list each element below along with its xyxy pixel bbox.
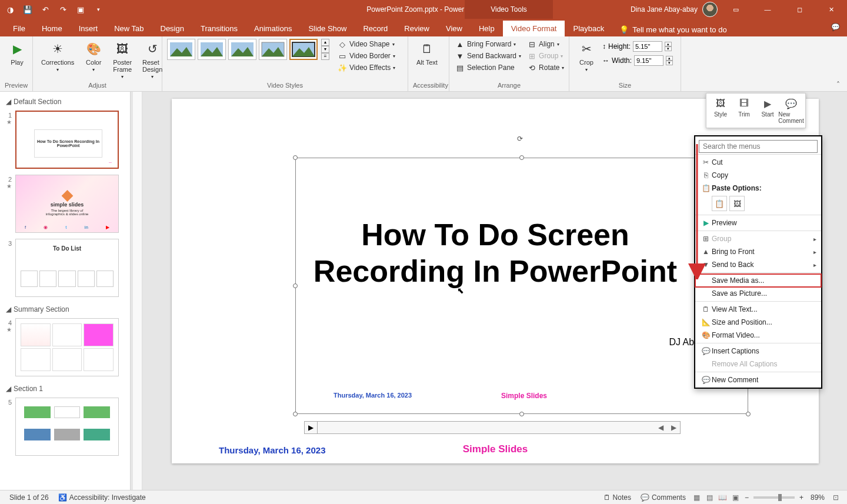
zoom-level[interactable]: 89%: [806, 493, 829, 502]
undo-icon[interactable]: ↶: [40, 4, 51, 15]
zoom-out-icon[interactable]: −: [745, 493, 749, 502]
style-gallery-down[interactable]: ▾: [321, 46, 329, 53]
tab-new-tab[interactable]: New Tab: [106, 21, 152, 36]
comments-button[interactable]: 💬Comments: [636, 493, 691, 502]
style-gallery-up[interactable]: ▴: [321, 39, 329, 46]
tab-record[interactable]: Record: [355, 21, 396, 36]
notes-button[interactable]: 🗒Notes: [599, 493, 636, 502]
video-playback-bar[interactable]: ▶ ◀ ▶: [304, 421, 681, 434]
tab-view[interactable]: View: [438, 21, 471, 36]
redo-icon[interactable]: ↷: [58, 4, 68, 15]
mini-new-comment-button[interactable]: 💬New Comment: [779, 96, 803, 125]
video-style-2[interactable]: [198, 39, 226, 60]
rotate-button[interactable]: ⟲Rotate ▾: [526, 62, 565, 73]
ctx-cut[interactable]: ✂Cut: [695, 156, 821, 169]
autosave-toggle[interactable]: ◑: [5, 4, 15, 15]
crop-button[interactable]: ✂Crop▾: [574, 39, 599, 74]
tab-transitions[interactable]: Transitions: [192, 21, 246, 36]
save-icon[interactable]: 💾: [22, 4, 33, 15]
paste-picture[interactable]: 🖼: [729, 196, 745, 211]
width-up[interactable]: ▴: [666, 56, 673, 61]
video-style-3[interactable]: [228, 39, 256, 60]
video-border-button[interactable]: ▭Video Border ▾: [336, 51, 396, 61]
zoom-in-icon[interactable]: +: [799, 493, 803, 502]
resize-handle-tl[interactable]: [293, 155, 298, 160]
height-field[interactable]: [633, 41, 662, 52]
video-effects-button[interactable]: ✨Video Effects ▾: [336, 62, 396, 73]
slide-thumb-3[interactable]: To Do List: [15, 239, 119, 297]
video-style-5[interactable]: [289, 39, 318, 60]
slide-thumb-5[interactable]: [15, 398, 119, 456]
tab-animations[interactable]: Animations: [246, 21, 300, 36]
selection-pane-button[interactable]: ▤Selection Pane: [454, 62, 522, 73]
minimize-icon[interactable]: —: [754, 0, 781, 19]
ctx-format-video[interactable]: 🎨Format Video...: [695, 329, 821, 342]
width-field[interactable]: [634, 55, 663, 66]
width-input[interactable]: ↔ Width: ▴▾: [602, 55, 673, 66]
resize-handle-br[interactable]: [746, 412, 751, 416]
user-avatar[interactable]: [702, 2, 718, 17]
slide-thumb-1[interactable]: How To Do Screen Recording In PowerPoint…: [15, 111, 119, 169]
tab-video-format[interactable]: Video Format: [503, 21, 565, 36]
ctx-copy[interactable]: ⎘Copy: [695, 169, 821, 182]
slide-sorter-view-icon[interactable]: ▤: [703, 492, 716, 503]
zoom-slider[interactable]: [753, 496, 795, 499]
collapse-ribbon-icon[interactable]: ˄: [833, 81, 843, 89]
paste-keep-source[interactable]: 📋: [712, 196, 727, 211]
bring-forward-button[interactable]: ▲Bring Forward ▾: [454, 39, 522, 49]
height-input[interactable]: ↕ Height: ▴▾: [602, 41, 673, 52]
ctx-size-position[interactable]: 📐Size and Position...: [695, 316, 821, 329]
group-button[interactable]: ⊞Group ▾: [526, 51, 565, 61]
ctx-insert-captions[interactable]: 💬Insert Captions: [695, 345, 821, 358]
ctx-new-comment[interactable]: 💬New Comment: [695, 373, 821, 386]
section-summary[interactable]: ◢ Summary Section: [5, 303, 125, 316]
corrections-button[interactable]: ☀Corrections▾: [38, 39, 78, 74]
video-style-1[interactable]: [167, 39, 195, 60]
alt-text-button[interactable]: 🗒Alt Text: [413, 39, 441, 67]
poster-frame-button[interactable]: 🖼Poster Frame▾: [109, 39, 135, 81]
maximize-icon[interactable]: ◻: [786, 0, 813, 19]
qat-customize-icon[interactable]: ▾: [93, 4, 104, 15]
mini-style-button[interactable]: 🖼Style: [709, 96, 732, 125]
style-gallery-more[interactable]: ≡: [321, 53, 329, 60]
tab-insert[interactable]: Insert: [71, 21, 106, 36]
slide-thumb-4[interactable]: [15, 318, 119, 376]
video-prev-icon[interactable]: ◀: [654, 423, 667, 432]
color-button[interactable]: 🎨Color▾: [81, 39, 106, 74]
normal-view-icon[interactable]: ▦: [691, 492, 703, 503]
tab-review[interactable]: Review: [396, 21, 438, 36]
resize-handle-b[interactable]: [519, 412, 524, 416]
resize-handle-t[interactable]: [519, 155, 524, 160]
video-play-icon[interactable]: ▶: [305, 421, 318, 434]
tab-file[interactable]: File: [5, 21, 34, 36]
mini-start-button[interactable]: ▶Start: [756, 96, 779, 125]
context-search-input[interactable]: [699, 140, 818, 153]
height-up[interactable]: ▴: [665, 42, 672, 46]
rotate-handle-icon[interactable]: ⟳: [517, 135, 526, 144]
slide-thumb-2[interactable]: simple slides The largest library of inf…: [15, 175, 119, 233]
accessibility-checker[interactable]: ♿Accessibility: Investigate: [54, 493, 151, 502]
ctx-save-picture[interactable]: Save as Picture...: [695, 287, 821, 300]
section-default[interactable]: ◢ Default Section: [5, 95, 125, 108]
slide-counter[interactable]: Slide 1 of 26: [5, 493, 54, 502]
ctx-preview[interactable]: ▶Preview: [695, 216, 821, 229]
video-shape-button[interactable]: ◇Video Shape ▾: [336, 39, 396, 49]
play-button[interactable]: ▶Play: [5, 39, 29, 67]
comments-pane-icon[interactable]: 💬: [828, 21, 842, 33]
tell-me-search[interactable]: 💡 Tell me what you want to do: [619, 25, 726, 36]
mini-trim-button[interactable]: 🎞Trim: [732, 96, 756, 125]
close-icon[interactable]: ✕: [818, 0, 845, 19]
resize-handle-bl[interactable]: [293, 412, 298, 416]
slide-panel[interactable]: ◢ Default Section 1★ How To Do Screen Re…: [0, 92, 131, 490]
send-backward-button[interactable]: ▼Send Backward ▾: [454, 51, 522, 61]
fit-to-window-icon[interactable]: ⊡: [829, 492, 842, 503]
ctx-view-alt-text[interactable]: 🗒View Alt Text...: [695, 303, 821, 316]
tab-slide-show[interactable]: Slide Show: [300, 21, 355, 36]
ctx-send-back[interactable]: ▼Send to Back▸: [695, 258, 821, 271]
align-button[interactable]: ⊟Align ▾: [526, 39, 565, 49]
ribbon-display-options-icon[interactable]: ▭: [722, 0, 749, 19]
tab-home[interactable]: Home: [34, 21, 71, 36]
tab-design[interactable]: Design: [152, 21, 192, 36]
reading-view-icon[interactable]: 📖: [716, 492, 729, 503]
ctx-bring-front[interactable]: ▲Bring to Front▸: [695, 245, 821, 258]
